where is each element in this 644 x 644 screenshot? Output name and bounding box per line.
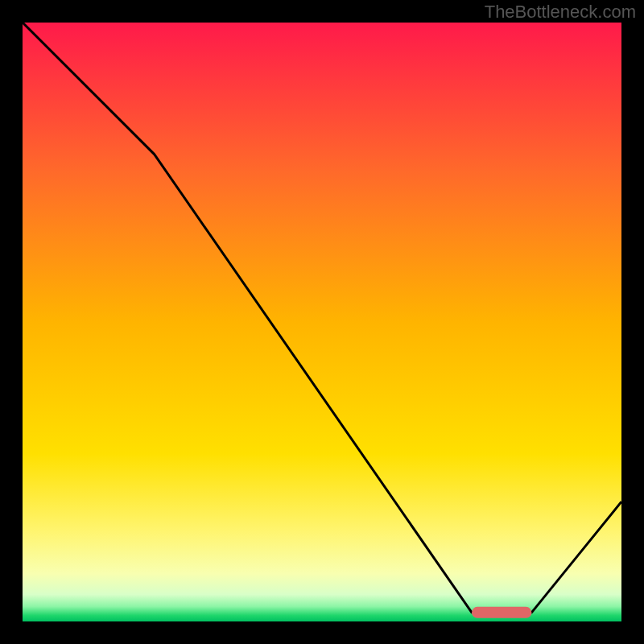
plot-area — [23, 23, 621, 621]
optimal-marker — [472, 607, 531, 618]
chart-frame: TheBottleneck.com — [0, 0, 644, 644]
chart-svg — [23, 23, 621, 621]
watermark-text: TheBottleneck.com — [485, 2, 636, 23]
